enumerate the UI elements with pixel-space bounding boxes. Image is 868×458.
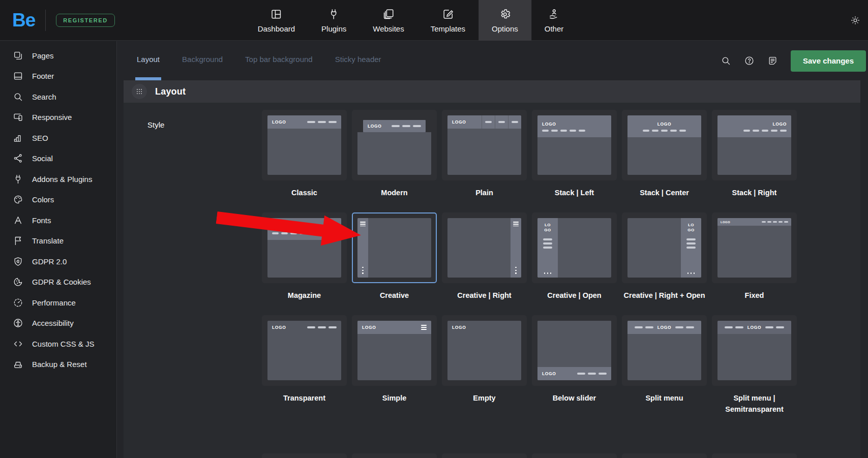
sidebar-item-custom-css-js[interactable]: Custom CSS & JS	[0, 333, 116, 354]
style-option-partial	[712, 453, 797, 458]
help-icon[interactable]	[744, 55, 755, 66]
style-option-tile[interactable]: LOGO	[622, 315, 707, 386]
style-option-tile[interactable]: LOGO	[442, 315, 527, 386]
style-option-tile[interactable]	[622, 453, 707, 458]
style-thumbnail: LOGO	[717, 321, 791, 380]
dashboard-icon	[270, 8, 282, 20]
style-option-label: Plain	[436, 180, 533, 212]
style-option-tile[interactable]: LOGO	[712, 110, 797, 180]
flag-icon	[13, 235, 23, 246]
sidebar-item-gdpr-cookies[interactable]: GDPR & Cookies	[0, 272, 116, 293]
sidebar-item-label: GDPR & Cookies	[32, 278, 91, 286]
nav-item-plugins[interactable]: Plugins	[308, 0, 360, 41]
style-option-classic: LOGOClassic	[262, 110, 347, 212]
style-thumbnail: LOGO	[627, 218, 701, 278]
nav-item-other[interactable]: Other	[531, 0, 577, 41]
top-nav: DashboardPluginsWebsitesTemplatesOptions…	[245, 0, 577, 41]
tab-background[interactable]: Background	[181, 41, 224, 80]
style-option-tile[interactable]: LOGO	[712, 212, 797, 283]
style-option-tile[interactable]	[712, 453, 797, 458]
sidebar-item-accessibility[interactable]: Accessibility	[0, 313, 116, 334]
style-option-tile[interactable]: LOGO	[532, 110, 617, 180]
sidebar-item-label: Addons & Plugins	[32, 175, 92, 184]
style-option-tile[interactable]: LOGO	[262, 212, 347, 283]
code-icon	[13, 339, 23, 349]
sidebar-item-responsive[interactable]: Responsive	[0, 107, 116, 128]
sidebar-item-colors[interactable]: Colors	[0, 190, 116, 210]
style-option-label: Split menu	[616, 386, 713, 418]
sidebar-item-seo[interactable]: SEO	[0, 128, 116, 148]
style-thumbnail: LOGO	[447, 321, 521, 380]
sidebar-item-label: GDPR 2.0	[32, 257, 67, 266]
nav-item-label: Websites	[373, 24, 404, 33]
save-changes-button[interactable]: Save changes	[791, 50, 866, 72]
style-option-tile[interactable]	[352, 453, 437, 458]
style-option-tile[interactable]: LOGO	[352, 110, 437, 180]
tab-layout[interactable]: Layout	[135, 41, 161, 80]
betheme-logo[interactable]: Be	[12, 10, 35, 31]
nav-item-dashboard[interactable]: Dashboard	[245, 0, 308, 41]
responsive-icon	[13, 112, 23, 123]
sidebar-item-pages[interactable]: Pages	[0, 45, 116, 66]
style-option-tile[interactable]: LOGO	[532, 315, 617, 386]
sidebar-item-backup-reset[interactable]: Backup & Reset	[0, 354, 116, 375]
section-handle[interactable]	[132, 84, 147, 99]
nav-item-options[interactable]: Options	[478, 0, 531, 41]
accessibility-icon	[13, 318, 23, 328]
style-option-tile[interactable]: LOGO	[442, 110, 527, 180]
sidebar-item-addons-plugins[interactable]: Addons & Plugins	[0, 169, 116, 190]
style-option-label: Stack | Left	[526, 180, 623, 212]
sidebar-item-fonts[interactable]: Fonts	[0, 210, 116, 231]
style-option-tile[interactable]	[352, 212, 437, 283]
nav-item-templates[interactable]: Templates	[417, 0, 478, 41]
style-option-label: Simple	[346, 386, 443, 418]
sidebar-item-label: Colors	[32, 195, 54, 204]
grid-dots-icon	[136, 88, 143, 95]
style-thumbnail: LOGO	[537, 115, 611, 175]
templates-icon	[442, 8, 454, 20]
style-option-label: Split menu | Semitransparent	[706, 386, 803, 418]
search-icon[interactable]	[721, 55, 731, 66]
style-option-label: Stack | Center	[616, 180, 713, 212]
sidebar-item-translate[interactable]: Translate	[0, 231, 116, 252]
style-option-partial	[352, 453, 437, 458]
style-options-grid: LOGOClassicLOGOModernLOGOPlainLOGOStack …	[262, 110, 802, 458]
tab-sticky-header[interactable]: Sticky header	[334, 41, 383, 80]
nav-item-label: Options	[492, 24, 518, 33]
style-option-creative-right: Creative | Right	[442, 212, 527, 315]
nav-item-label: Templates	[431, 24, 465, 33]
pages-icon	[13, 50, 23, 61]
sidebar-item-label: Fonts	[32, 216, 51, 225]
tab-top-bar-background[interactable]: Top bar background	[244, 41, 314, 80]
sidebar-item-label: Footer	[32, 72, 54, 80]
style-thumbnail: LOGO	[267, 321, 341, 380]
style-option-tile[interactable]	[442, 212, 527, 283]
changelog-notes-icon[interactable]	[767, 55, 778, 66]
style-option-tile[interactable]: LOGO	[622, 212, 707, 283]
sidebar-item-footer[interactable]: Footer	[0, 66, 116, 87]
style-option-modern: LOGOModern	[352, 110, 437, 212]
style-option-tile[interactable]: LOGO	[532, 212, 617, 283]
style-thumbnail	[357, 218, 431, 278]
sidebar-item-performance[interactable]: Performance	[0, 292, 116, 313]
nav-item-websites[interactable]: Websites	[360, 0, 417, 41]
brand-area: Be REGISTERED	[12, 0, 115, 41]
style-option-label: Transparent	[256, 386, 353, 418]
sidebar-item-search[interactable]: Search	[0, 86, 116, 107]
style-option-split-menu-semitransparent: LOGOSplit menu | Semitransparent	[712, 315, 797, 418]
style-option-tile[interactable]: LOGO	[352, 315, 437, 386]
sidebar-item-social[interactable]: Social	[0, 148, 116, 169]
style-option-tile[interactable]	[442, 453, 527, 458]
style-option-label: Creative | Right + Open	[616, 283, 713, 315]
style-option-creative-right-open: LOGOCreative | Right + Open	[622, 212, 707, 315]
sidebar-item-gdpr-2-0[interactable]: GDPR 2.0	[0, 251, 116, 272]
style-option-tile[interactable]: LOGO	[622, 110, 707, 180]
style-option-tile[interactable]: LOGO	[262, 110, 347, 180]
sidebar: PagesFooterSearchResponsiveSEOSocialAddo…	[0, 41, 117, 458]
style-option-tile[interactable]: LOGO	[262, 315, 347, 386]
style-option-tile[interactable]	[532, 453, 617, 458]
style-option-label: Creative	[346, 283, 443, 315]
style-option-tile[interactable]	[262, 453, 347, 458]
style-option-tile[interactable]: LOGO	[712, 315, 797, 386]
sun-icon[interactable]	[850, 15, 861, 26]
